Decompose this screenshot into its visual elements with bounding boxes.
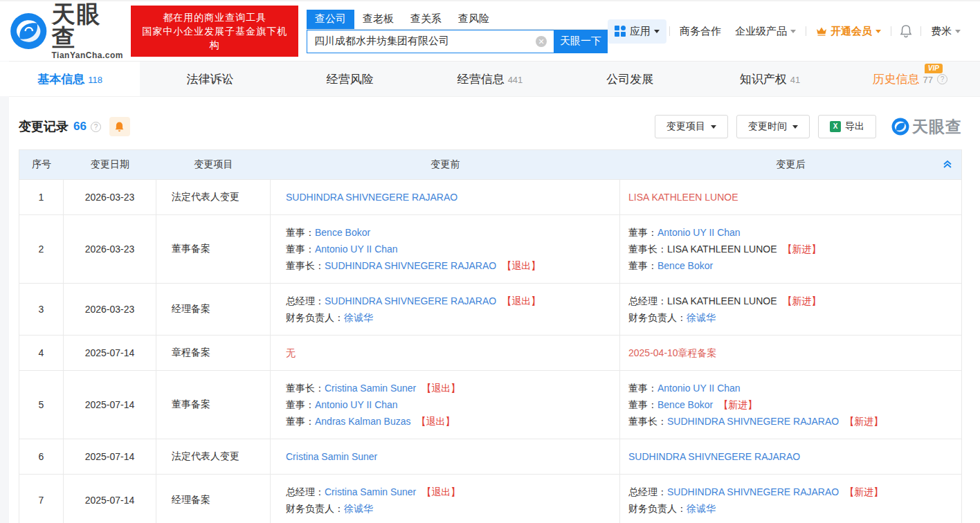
before-cell: Cristina Samin Suner [271, 439, 620, 474]
crown-icon [816, 26, 827, 36]
person-link[interactable]: Bence Bokor [657, 260, 713, 271]
top-nav: 应用 商务合作 企业级产品 开通会员 [608, 19, 968, 44]
before-cell: 总经理：Cristina Samin Suner【退出】 财务负责人：徐诚华 [271, 475, 620, 523]
new-tag: 【新进】 [718, 399, 757, 410]
monitor-bell-button[interactable] [109, 117, 130, 136]
person-link[interactable]: Cristina Samin Suner [325, 383, 416, 394]
person-link[interactable]: 徐诚华 [687, 503, 716, 514]
export-label: 导出 [845, 120, 864, 133]
tab-company-development[interactable]: 公司发展 [560, 62, 700, 96]
date-cell: 2025-07-14 [64, 439, 156, 474]
person-link[interactable]: Antonio UY II Chan [657, 227, 741, 238]
collapse-icon[interactable] [942, 158, 953, 172]
person-link[interactable]: Cristina Samin Suner [286, 451, 377, 462]
item-cell: 法定代表人变更 [156, 180, 271, 214]
help-icon[interactable]: ? [91, 122, 101, 132]
table-row: 2 2026-03-23 董事备案 董事：Bence Bokor 董事：Anto… [19, 214, 961, 283]
role-label: 财务负责人： [286, 312, 344, 323]
tianyancha-logo[interactable]: 天眼查 TianYanCha.com [10, 2, 124, 60]
date-cell: 2025-07-14 [64, 371, 156, 439]
person-link[interactable]: SUDHINDRA SHIVNEGERE RAJARAO [667, 416, 839, 427]
filter-change-time-button[interactable]: 变更时间 [736, 115, 810, 138]
role-label: 财务负责人： [628, 312, 687, 323]
nav-separator [806, 26, 806, 36]
new-tag: 【新进】 [782, 295, 821, 306]
filter-label: 变更时间 [748, 120, 787, 133]
role-label: 董事： [628, 260, 657, 271]
notification-bell-icon[interactable] [894, 24, 918, 38]
exit-tag: 【退出】 [502, 260, 541, 271]
seq-cell: 5 [19, 371, 64, 439]
role-label: 董事长： [628, 244, 667, 255]
person-link[interactable]: Antonio UY II Chan [657, 383, 741, 394]
vip-badge: VIP [925, 64, 943, 73]
nav-vip-label: 开通会员 [831, 25, 872, 38]
clear-search-icon[interactable]: ✕ [536, 36, 547, 47]
help-icon[interactable]: ? [937, 74, 947, 84]
tab-history-info[interactable]: VIP 历史信息 77 ? [840, 62, 980, 96]
person-link[interactable]: 徐诚华 [344, 503, 373, 514]
search-tab-company[interactable]: 查公司 [307, 10, 354, 29]
search-input[interactable] [307, 30, 554, 53]
logo-text: 天眼查 TianYanCha.com [51, 2, 124, 60]
nav-enterprise[interactable]: 企业级产品 [728, 25, 803, 38]
role-label: 董事： [286, 416, 315, 427]
role-label: 财务负责人： [628, 503, 687, 514]
table-row: 4 2025-07-14 章程备案 无 2025-04-10章程备案 [19, 335, 961, 370]
person-link[interactable]: 徐诚华 [687, 312, 716, 323]
role-label: 总经理： [286, 486, 325, 497]
person-link[interactable]: Antonio UY II Chan [315, 399, 398, 410]
export-button[interactable]: X 导出 [818, 115, 876, 138]
tab-operation-risk[interactable]: 经营风险 [280, 62, 420, 96]
tab-label: 经营风险 [327, 71, 374, 87]
tianyancha-watermark: 天眼查 [891, 116, 962, 138]
tab-intellectual-property[interactable]: 知识产权 41 [700, 62, 840, 96]
filter-label: 变更项目 [666, 120, 705, 133]
tab-operation-info[interactable]: 经营信息 441 [420, 62, 560, 96]
nav-cooperation[interactable]: 商务合作 [673, 25, 728, 38]
slogan-banner: 都在用的商业查询工具 国家中小企业发展子基金旗下机构 [131, 6, 298, 57]
tab-count: 77 [923, 75, 933, 85]
search-tab-relation[interactable]: 查关系 [402, 10, 450, 29]
search-button[interactable]: 天眼一下 [554, 30, 608, 53]
person-link[interactable]: Antonio UY II Chan [315, 244, 398, 255]
after-cell: 董事：Antonio UY II Chan 董事：Bence Bokor【新进】… [620, 371, 961, 439]
nav-vip[interactable]: 开通会员 [809, 25, 888, 38]
changed-value: 无 [286, 347, 296, 358]
role-label: 财务负责人： [286, 503, 344, 514]
person-link[interactable]: SUDHINDRA SHIVNEGERE RAJARAO [286, 192, 457, 203]
page-left-gutter [0, 61, 9, 523]
role-label: 董事： [628, 399, 657, 410]
person-link[interactable]: Bence Bokor [315, 227, 370, 238]
person-link[interactable]: 徐诚华 [344, 312, 373, 323]
section-toolbar: 变更项目 变更时间 X 导出 [646, 115, 962, 138]
col-seq: 序号 [19, 158, 64, 171]
nav-user[interactable]: 费米 [924, 25, 968, 38]
filter-change-item-button[interactable]: 变更项目 [655, 115, 728, 138]
table-row: 5 2025-07-14 董事备案 董事长：Cristina Samin Sun… [19, 370, 961, 439]
chevron-down-icon [711, 125, 716, 129]
before-cell: 董事：Bence Bokor 董事：Antonio UY II Chan 董事长… [271, 215, 620, 283]
tab-legal[interactable]: 法律诉讼 [140, 62, 280, 96]
after-cell: 总经理：SUDHINDRA SHIVNEGERE RAJARAO【新进】 财务负… [620, 475, 961, 523]
tab-basic-info[interactable]: 基本信息 118 [0, 62, 140, 96]
before-cell: 董事长：Cristina Samin Suner【退出】 董事：Antonio … [271, 371, 620, 439]
item-cell: 董事备案 [156, 371, 271, 439]
person-link[interactable]: SUDHINDRA SHIVNEGERE RAJARAO [628, 451, 800, 462]
col-before: 变更前 [271, 158, 620, 171]
person-link[interactable]: Bence Bokor [657, 399, 713, 410]
exit-tag: 【退出】 [421, 486, 460, 497]
person-link[interactable]: SUDHINDRA SHIVNEGERE RAJARAO [325, 260, 496, 271]
person-link[interactable]: SUDHINDRA SHIVNEGERE RAJARAO [667, 486, 839, 497]
nav-apps-label: 应用 [630, 25, 651, 38]
person-link[interactable]: SUDHINDRA SHIVNEGERE RAJARAO [325, 295, 496, 306]
after-cell: SUDHINDRA SHIVNEGERE RAJARAO [620, 439, 961, 474]
search-tab-boss[interactable]: 查老板 [354, 10, 402, 29]
role-label: 董事： [628, 227, 657, 238]
person-link[interactable]: Andras Kalman Buzas [315, 416, 411, 427]
nav-apps[interactable]: 应用 [608, 19, 666, 44]
person-link[interactable]: Cristina Samin Suner [325, 486, 416, 497]
tab-count: 118 [88, 75, 102, 85]
exit-tag: 【退出】 [502, 295, 541, 306]
search-tab-risk[interactable]: 查风险 [450, 10, 498, 29]
